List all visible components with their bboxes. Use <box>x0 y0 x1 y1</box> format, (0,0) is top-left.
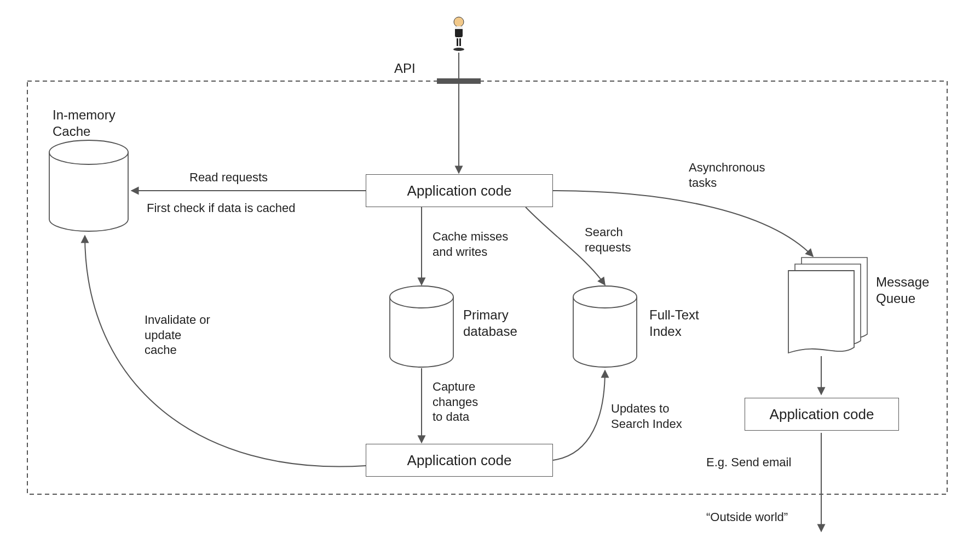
edge-label-search-requests: Search requests <box>585 225 631 255</box>
app-code-top-label: Application code <box>407 182 512 199</box>
primary-db-label: Primary database <box>463 307 517 340</box>
outside-world-label: “Outside world” <box>706 510 788 525</box>
cache-label: In-memory Cache <box>53 107 116 140</box>
primary-db-cylinder <box>390 286 453 367</box>
edge-label-async-tasks: Asynchronous tasks <box>689 160 765 190</box>
fulltext-index-label: Full-Text Index <box>649 307 699 340</box>
edge-appmid-to-cache <box>85 236 366 467</box>
message-queue-icon <box>788 258 867 353</box>
svg-point-0 <box>454 17 464 27</box>
fulltext-index-cylinder <box>573 286 637 367</box>
app-code-mid: Application code <box>366 444 553 477</box>
edge-label-updates-search: Updates to Search Index <box>611 401 682 431</box>
edge-appmid-to-index <box>553 370 605 460</box>
edge-label-first-check: First check if data is cached <box>147 201 295 216</box>
edge-label-cache-misses: Cache misses and writes <box>433 229 508 259</box>
message-queue-label: Message Queue <box>876 274 929 307</box>
edge-label-send-email: E.g. Send email <box>706 455 791 470</box>
edge-label-read-requests: Read requests <box>189 170 268 185</box>
app-code-right: Application code <box>745 398 899 431</box>
svg-point-5 <box>453 48 464 51</box>
edge-label-invalidate-cache: Invalidate or update cache <box>145 312 210 358</box>
app-code-top: Application code <box>366 174 553 207</box>
app-code-right-label: Application code <box>770 406 874 423</box>
cache-cylinder <box>49 140 128 231</box>
svg-rect-4 <box>459 38 461 46</box>
api-label: API <box>394 60 416 77</box>
svg-rect-2 <box>455 26 463 29</box>
user-icon <box>453 17 464 51</box>
svg-rect-3 <box>457 38 458 46</box>
edge-label-capture-changes: Capture changes to data <box>433 379 478 425</box>
app-code-mid-label: Application code <box>407 452 512 469</box>
